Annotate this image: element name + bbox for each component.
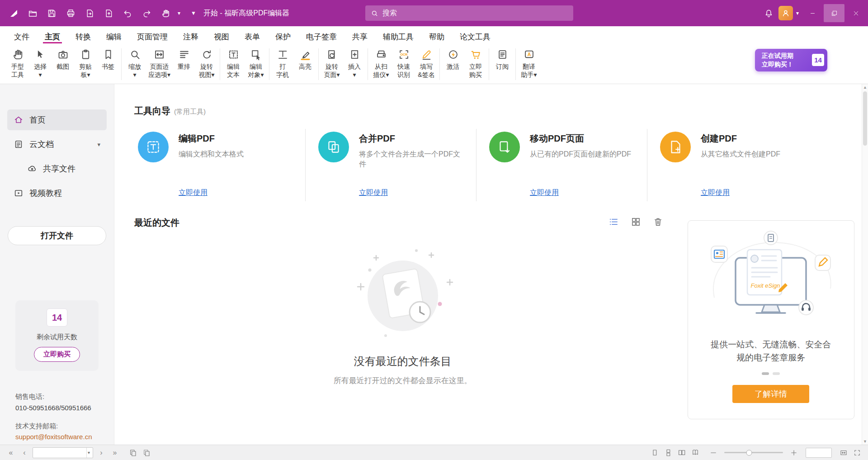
scrollbar-thumb[interactable] xyxy=(863,91,867,146)
sidebar-item-video-tutorials[interactable]: 视频教程 xyxy=(7,183,107,204)
chevron-down-icon[interactable]: ▾ xyxy=(97,141,100,148)
menu-item-share[interactable]: 共享 xyxy=(344,26,375,43)
zoom-out-button[interactable] xyxy=(708,447,719,458)
snapshot-pages-button[interactable] xyxy=(127,447,138,458)
tool-insert-pages[interactable]: 插入 ▾ xyxy=(343,47,366,80)
tool-typewriter[interactable]: 打 字机 xyxy=(271,47,294,80)
restore-button[interactable] xyxy=(824,4,844,22)
save-button[interactable] xyxy=(42,4,61,22)
close-button[interactable] xyxy=(845,4,866,22)
menu-item-esign[interactable]: 电子签章 xyxy=(298,26,344,43)
next-page-button[interactable]: › xyxy=(96,447,107,458)
sidebar-item-cloud-docs[interactable]: 云文档 ▾ xyxy=(7,134,107,155)
user-avatar[interactable] xyxy=(778,6,793,20)
menu-item-home[interactable]: 主页 xyxy=(37,26,68,43)
use-now-link[interactable]: 立即使用 xyxy=(179,188,208,198)
trial-buy-button[interactable]: 立即购买 xyxy=(34,347,80,362)
open-file-button[interactable]: 打开文件 xyxy=(8,226,106,245)
use-now-link[interactable]: 立即使用 xyxy=(701,188,730,198)
customize-toolbar-icon[interactable]: ▼ xyxy=(190,10,197,16)
search-bar[interactable] xyxy=(365,5,573,21)
menu-item-file[interactable]: 文件 xyxy=(6,26,37,43)
grid-view-button[interactable] xyxy=(631,217,641,229)
menu-item-protect[interactable]: 保护 xyxy=(268,26,298,43)
tool-rotate-pages[interactable]: 旋转 页面▾ xyxy=(321,47,343,80)
tool-edit-text[interactable]: 编辑 文本 xyxy=(222,47,245,80)
tool-quick-ocr[interactable]: OCR快速 识别 xyxy=(392,47,415,80)
create-pdf-button[interactable] xyxy=(99,4,118,22)
card-edit-pdf[interactable]: 编辑PDF 编辑文档和文本格式 立即使用 xyxy=(134,129,305,201)
page-input[interactable] xyxy=(35,449,86,456)
tool-bookmark[interactable]: 书签 xyxy=(97,47,119,71)
menu-item-edit[interactable]: 编辑 xyxy=(99,26,129,43)
card-create-pdf[interactable]: 创建PDF 从其它格式文件创建PDF 立即使用 xyxy=(647,129,818,201)
menu-item-comment[interactable]: 注释 xyxy=(175,26,206,43)
notifications-bell-icon[interactable] xyxy=(760,4,778,22)
card-merge-pdf[interactable]: 合并PDF 将多个文件合并生成一个PDF文件 立即使用 xyxy=(305,129,476,201)
search-input[interactable] xyxy=(382,9,568,17)
menu-item-view[interactable]: 视图 xyxy=(206,26,237,43)
sidebar-item-home[interactable]: 首页 xyxy=(7,109,107,130)
hand-tool-dropdown-icon[interactable]: ▾ xyxy=(175,10,183,16)
tool-fit-options[interactable]: 页面适 应选项▾ xyxy=(146,47,173,80)
page-dropdown-icon[interactable]: ▾ xyxy=(86,448,91,458)
fit-width-button[interactable] xyxy=(838,447,849,458)
tool-activate[interactable]: 激活 xyxy=(442,47,464,71)
zoom-slider-thumb[interactable] xyxy=(746,450,752,455)
tool-zoom[interactable]: 缩放 ▾ xyxy=(123,47,146,80)
single-page-view-button[interactable] xyxy=(649,447,660,458)
tool-snapshot[interactable]: 截图 xyxy=(52,47,74,71)
book-view-button[interactable] xyxy=(690,447,701,458)
tool-reflow[interactable]: 重排 xyxy=(173,47,195,71)
menu-item-help[interactable]: 帮助 xyxy=(421,26,452,43)
menu-item-paper-tools[interactable]: 论文工具 xyxy=(452,26,498,43)
fullscreen-button[interactable] xyxy=(852,447,863,458)
redo-button[interactable] xyxy=(137,4,156,22)
tool-from-scanner[interactable]: 从扫 描仪▾ xyxy=(370,47,392,80)
tool-edit-object[interactable]: 编辑 对象▾ xyxy=(245,47,267,80)
tool-rotate-view[interactable]: 旋转 视图▾ xyxy=(195,47,218,80)
first-page-button[interactable]: « xyxy=(5,447,16,458)
print-button[interactable] xyxy=(61,4,80,22)
zoom-input[interactable] xyxy=(806,448,831,457)
copy-pages-button[interactable] xyxy=(141,447,152,458)
vertical-scrollbar[interactable]: ▲ ▼ xyxy=(862,84,868,445)
support-email-link[interactable]: support@foxitsoftware.cn xyxy=(15,432,92,442)
trial-buy-banner[interactable]: 正在试用期 立即购买！ 14 xyxy=(755,49,827,71)
last-page-button[interactable]: » xyxy=(109,447,120,458)
scroll-up-icon[interactable]: ▲ xyxy=(863,85,867,90)
use-now-link[interactable]: 立即使用 xyxy=(530,188,559,198)
menu-item-accessibility[interactable]: 辅助工具 xyxy=(375,26,421,43)
scroll-down-icon[interactable]: ▼ xyxy=(863,439,867,444)
previous-page-button[interactable]: ‹ xyxy=(19,447,30,458)
trash-button[interactable] xyxy=(653,217,663,229)
minimize-button[interactable] xyxy=(802,4,823,22)
list-view-button[interactable] xyxy=(609,217,619,229)
menu-item-form[interactable]: 表单 xyxy=(237,26,268,43)
continuous-view-button[interactable] xyxy=(663,447,674,458)
hand-tool-quick-button[interactable] xyxy=(156,4,175,22)
tool-subscribe[interactable]: 订阅 xyxy=(491,47,514,71)
tool-select[interactable]: 选择 ▾ xyxy=(29,47,52,80)
card-move-pdf-pages[interactable]: 移动PDF页面 从已有的PDF页面创建新的PDF 立即使用 xyxy=(476,129,647,201)
zoom-value-box[interactable] xyxy=(806,448,832,458)
learn-more-button[interactable]: 了解详情 xyxy=(732,385,809,403)
page-number-box[interactable]: ▾ xyxy=(33,447,93,458)
undo-button[interactable] xyxy=(118,4,137,22)
tool-buy-now[interactable]: 立即 购买 xyxy=(464,47,487,80)
tool-translate-assistant[interactable]: A翻译 助手▾ xyxy=(518,47,540,80)
tool-fill-sign[interactable]: 填写 &签名 xyxy=(415,47,438,80)
sidebar-item-shared-files[interactable]: 共享文件 xyxy=(7,158,107,179)
use-now-link[interactable]: 立即使用 xyxy=(359,188,388,198)
tool-clipboard[interactable]: 剪贴 板▾ xyxy=(74,47,97,80)
zoom-in-button[interactable] xyxy=(788,447,799,458)
tool-highlight[interactable]: 高亮 xyxy=(294,47,316,71)
carousel-dot[interactable] xyxy=(762,372,769,375)
open-folder-button[interactable] xyxy=(24,4,42,22)
account-dropdown-icon[interactable]: ▾ xyxy=(794,10,801,16)
facing-view-button[interactable] xyxy=(676,447,687,458)
menu-item-convert[interactable]: 转换 xyxy=(68,26,99,43)
tool-hand[interactable]: 手型 工具 xyxy=(6,47,29,80)
export-pdf-button[interactable] xyxy=(80,4,99,22)
carousel-dot[interactable] xyxy=(773,372,780,375)
